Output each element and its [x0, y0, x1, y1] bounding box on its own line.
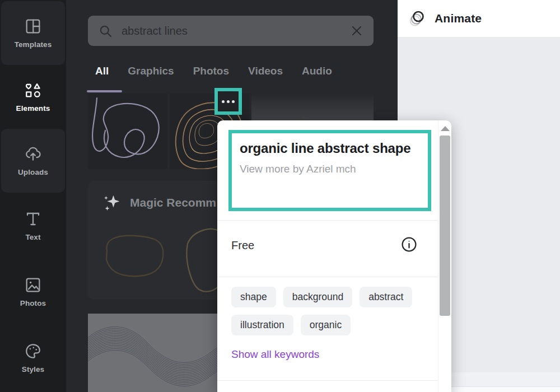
styles-icon — [24, 342, 42, 360]
sidebar-item-label: Photos — [20, 299, 46, 307]
scroll-up-arrow-icon[interactable] — [441, 126, 450, 131]
text-icon — [24, 210, 42, 228]
sidebar-item-label: Elements — [16, 104, 50, 113]
title-annotation-box: organic line abstract shape View more by… — [228, 130, 431, 211]
animate-button[interactable]: Animate — [407, 8, 482, 29]
sparkle-icon — [102, 193, 122, 212]
canva-editor-app: Templates Elements Uploads Text Photos S… — [0, 0, 560, 392]
sidebar-item-label: Uploads — [18, 168, 48, 176]
element-details-popup: organic line abstract shape View more by… — [217, 120, 451, 392]
elements-icon — [24, 81, 42, 99]
keyword-tags: shape background abstract illustration o… — [231, 287, 424, 335]
view-more-by-link[interactable]: View more by Azriel mch — [240, 163, 420, 175]
tab-all[interactable]: All — [95, 65, 109, 77]
ellipsis-dot — [227, 100, 230, 103]
photos-icon — [24, 276, 42, 294]
search-icon — [98, 24, 113, 39]
popup-content: organic line abstract shape View more by… — [217, 120, 438, 392]
active-tab-underline — [87, 90, 122, 92]
ellipsis-dot — [222, 100, 225, 103]
info-icon[interactable] — [400, 236, 418, 253]
editor-toolbar: Animate — [398, 0, 560, 38]
sidebar-item-templates[interactable]: Templates — [1, 1, 65, 65]
animate-button-label: Animate — [435, 12, 482, 25]
clear-search-icon[interactable] — [350, 24, 363, 38]
scribble-line-art — [88, 94, 167, 169]
keyword-tag[interactable]: abstract — [360, 287, 412, 307]
keyword-tag[interactable]: organic — [301, 315, 351, 335]
license-label: Free — [231, 239, 254, 252]
sidebar-item-text[interactable]: Text — [1, 194, 65, 258]
element-title: organic line abstract shape — [240, 139, 420, 158]
keyword-tag[interactable]: shape — [231, 287, 276, 307]
tab-graphics[interactable]: Graphics — [128, 65, 174, 77]
keyword-tag[interactable]: background — [283, 287, 352, 307]
divider — [217, 277, 438, 277]
sidebar-item-styles[interactable]: Styles — [1, 326, 65, 390]
divider — [217, 380, 438, 381]
sidebar-item-photos[interactable]: Photos — [1, 260, 65, 324]
keyword-tag[interactable]: illustration — [231, 315, 293, 335]
sidebar-item-uploads[interactable]: Uploads — [1, 129, 65, 193]
thumbnail-organic-scribble[interactable] — [88, 94, 167, 169]
search-input[interactable] — [122, 25, 350, 38]
ellipsis-dot — [232, 100, 235, 103]
sidebar-item-label: Text — [25, 233, 40, 241]
sidebar-item-elements[interactable]: Elements — [1, 65, 65, 129]
uploads-icon — [24, 145, 42, 163]
scrollbar-thumb[interactable] — [440, 136, 450, 316]
sidebar-item-label: Styles — [22, 365, 44, 374]
tab-photos[interactable]: Photos — [193, 65, 229, 77]
sidebar-item-label: Templates — [15, 40, 52, 49]
magic-recommendations-title: Magic Recomm — [130, 196, 216, 209]
divider — [217, 220, 438, 221]
tab-audio[interactable]: Audio — [302, 65, 332, 77]
show-all-keywords-link[interactable]: Show all keywords — [231, 348, 319, 361]
more-options-button[interactable] — [214, 88, 242, 115]
templates-icon — [24, 17, 42, 35]
animate-icon — [407, 8, 427, 29]
search-box[interactable] — [88, 16, 374, 46]
sidebar: Templates Elements Uploads Text Photos S… — [0, 0, 66, 392]
popup-scrollbar[interactable] — [438, 120, 451, 392]
tab-videos[interactable]: Videos — [248, 65, 283, 77]
result-tabs: All Graphics Photos Videos Audio — [95, 65, 332, 77]
